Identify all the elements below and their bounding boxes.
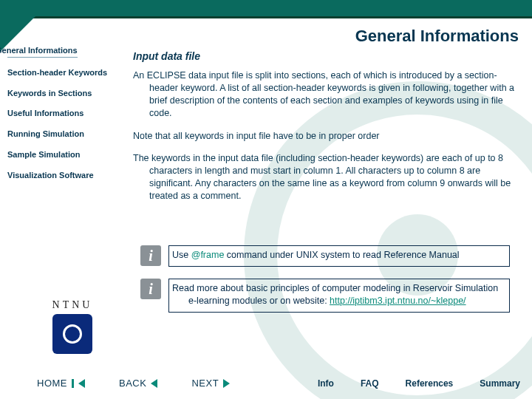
sidebar-item-label: Running Simulation	[7, 129, 84, 138]
info-box-link: i Read more about basic principles of co…	[140, 279, 510, 313]
back-triangle-icon	[151, 379, 157, 388]
top-stripe	[0, 0, 532, 16]
sidebar-item-running-simulation[interactable]: Running Simulation	[6, 126, 124, 147]
section-title: Input data file	[133, 50, 200, 62]
next-triangle-icon	[223, 379, 230, 388]
sidebar-item-label: Section-header Keywords	[7, 68, 107, 77]
home-button[interactable]: HOME	[37, 378, 85, 389]
info-text-suffix: command under UNIX system to read Refere…	[224, 250, 459, 260]
sidebar-item-keywords-in-sections[interactable]: Keywords in Sections	[6, 86, 124, 106]
sidebar-item-useful-informations[interactable]: Useful Informations	[6, 106, 124, 126]
tab-info[interactable]: Info	[318, 378, 334, 389]
paragraph-3: The keywords in the input data file (inc…	[133, 152, 517, 202]
info-box-frame: i Use @frame command under UNIX system t…	[140, 245, 510, 267]
nav-label: HOME	[37, 378, 67, 389]
ntnu-logo-mark	[52, 314, 92, 354]
info-text-frame: Use @frame command under UNIX system to …	[168, 245, 510, 267]
nav-label: BACK	[119, 378, 146, 389]
paragraph-1: An ECLIPSE data input file is split into…	[133, 69, 517, 120]
sidebar-item-sample-simulation[interactable]: Sample Simulation	[6, 147, 124, 168]
info-icon: i	[140, 279, 161, 299]
info-text-link: Read more about basic principles of comp…	[168, 279, 510, 313]
ntnu-logo: NTNU	[28, 299, 117, 354]
sidebar-item-label: Visualization Software	[7, 171, 94, 180]
top-rule	[0, 16, 532, 18]
home-triangle-icon	[78, 379, 85, 388]
sidebar-item-general-informations[interactable]: √ General Informations	[6, 43, 124, 65]
sidebar-item-label: Sample Simulation	[7, 150, 80, 159]
content-body: An ECLIPSE data input file is split into…	[133, 69, 517, 213]
sidebar: √ General Informations Section-header Ke…	[6, 43, 124, 188]
info-area: i Use @frame command under UNIX system t…	[140, 245, 510, 324]
info-icon: i	[140, 245, 161, 266]
sidebar-item-label: Useful Informations	[7, 109, 83, 117]
tab-references[interactable]: References	[406, 378, 454, 389]
footer-tabs: Info FAQ References Summary	[318, 378, 520, 389]
tab-faq[interactable]: FAQ	[361, 378, 379, 389]
tab-summary[interactable]: Summary	[480, 378, 520, 389]
nav-label: NEXT	[191, 378, 219, 389]
paragraph-2: Note that all keywords in input file hav…	[133, 130, 517, 143]
ntnu-logo-text: NTNU	[28, 299, 117, 311]
home-bar-icon	[72, 379, 74, 388]
sidebar-item-section-header-keywords[interactable]: Section-header Keywords	[6, 65, 124, 86]
back-button[interactable]: BACK	[119, 378, 157, 389]
info-text-cmd: @frame	[191, 250, 225, 260]
sidebar-item-label: Keywords in Sections	[7, 89, 92, 98]
sidebar-item-label: General Informations	[7, 46, 78, 58]
sidebar-item-visualization-software[interactable]: Visualization Software	[6, 168, 124, 188]
info-text-prefix: Use	[172, 250, 191, 260]
info-link[interactable]: http://iptibm3.ipt.ntnu.no/~kleppe/	[330, 296, 466, 306]
page-title: General Informations	[355, 27, 519, 46]
bottom-nav: HOME BACK NEXT	[37, 378, 230, 389]
next-button[interactable]: NEXT	[191, 378, 230, 389]
